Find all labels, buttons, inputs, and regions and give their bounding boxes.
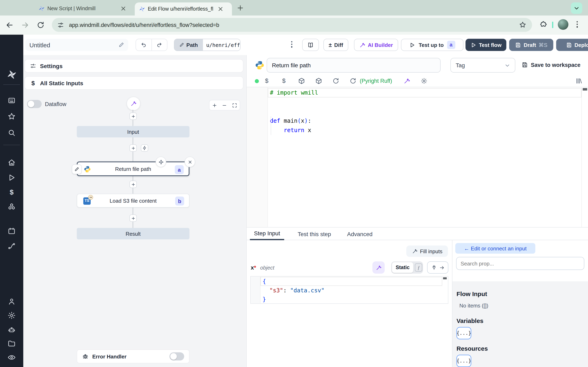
browser-menu-kebab-icon[interactable]: [577, 21, 578, 27]
edit-connect-input-button[interactable]: ← Edit or connect an input: [455, 243, 535, 254]
arg-ai-button[interactable]: [372, 261, 385, 274]
edit-pencil-icon[interactable]: [118, 42, 124, 48]
back-arrow-icon[interactable]: [6, 21, 13, 29]
new-tab-plus-icon[interactable]: [237, 4, 244, 11]
scrollbar-thumb[interactable]: [583, 88, 587, 91]
gear-icon[interactable]: [421, 77, 428, 84]
tag-select[interactable]: Tag: [450, 58, 515, 73]
code-editor[interactable]: # import wmill def main(x): return x: [247, 87, 588, 227]
docs-book-button[interactable]: [302, 39, 319, 51]
sidebar-item-routes-icon[interactable]: [7, 242, 16, 250]
all-static-inputs-card[interactable]: $ All Static Inputs: [25, 76, 243, 90]
sidebar-item-workers-robot-icon[interactable]: [7, 325, 16, 334]
flow-node-input[interactable]: Input: [77, 126, 190, 137]
dollar-icon[interactable]: $: [265, 77, 268, 84]
avatar[interactable]: [558, 19, 568, 30]
url-text[interactable]: app.windmill.dev/flows/edit/u/henri/effo…: [69, 22, 519, 28]
sidebar-item-home-icon[interactable]: [7, 158, 16, 167]
refresh-icon[interactable]: [350, 77, 356, 84]
settings-label: Settings: [40, 63, 62, 69]
tab-close-icon[interactable]: [120, 5, 127, 12]
favorites-star-icon[interactable]: [7, 112, 16, 121]
tab-test-this-step[interactable]: Test this step: [294, 227, 335, 240]
undo-button[interactable]: [136, 39, 152, 50]
url-bar[interactable]: app.windmill.dev/flows/edit/u/henri/effo…: [52, 18, 532, 32]
ai-wand-icon[interactable]: [403, 77, 410, 84]
zoom-out-icon[interactable]: [222, 103, 227, 108]
quick-menu-icon[interactable]: [7, 96, 16, 105]
tab-advanced[interactable]: Advanced: [343, 227, 377, 240]
forward-arrow-icon[interactable]: [21, 21, 29, 29]
refresh-icon[interactable]: [332, 77, 339, 84]
sidebar-item-folders-icon[interactable]: [7, 339, 16, 348]
variables-braces-button[interactable]: {...}: [457, 327, 471, 339]
json-arg-editor[interactable]: { "s3": "data.csv"}: [250, 276, 448, 304]
sidebar-item-resources-icon[interactable]: [7, 203, 16, 211]
resources-braces-button[interactable]: {...}: [457, 355, 471, 367]
redo-button[interactable]: [152, 39, 167, 50]
ai-wand-icon: [375, 264, 381, 271]
flow-name-field[interactable]: Untitled: [25, 39, 128, 51]
edit-step-pencil-chip[interactable]: [72, 164, 82, 174]
flow-node-result[interactable]: Result: [77, 228, 190, 239]
tab-close-icon[interactable]: [217, 6, 224, 12]
sidebar-item-schedules-icon[interactable]: [7, 227, 16, 235]
move-step-handle[interactable]: [156, 157, 166, 167]
search-prop-input[interactable]: [456, 257, 584, 270]
error-handler-toggle[interactable]: [169, 352, 184, 360]
insert-step-button[interactable]: [130, 144, 137, 152]
browser-tab-inactive[interactable]: New Script | Windmill: [36, 3, 130, 14]
flow-node-step-b[interactable]: TS Load S3 file content b: [77, 194, 190, 208]
python-icon: [255, 60, 265, 70]
settings-card[interactable]: Settings: [25, 59, 243, 73]
diff-button[interactable]: ± Diff: [323, 39, 348, 51]
search-icon[interactable]: [7, 128, 16, 137]
path-chip[interactable]: Path u/henri/eff: [174, 39, 241, 51]
delete-step-button[interactable]: [185, 157, 195, 167]
flow-node-step-a[interactable]: Return file path a: [77, 161, 190, 176]
sidebar-item-user-icon[interactable]: [7, 297, 16, 306]
windmill-logo-icon[interactable]: [7, 70, 16, 79]
sidebar-item-audit-eye-icon[interactable]: [7, 353, 16, 362]
save-to-workspace-button[interactable]: Save to workspace: [521, 62, 580, 68]
tag-select-value: Tag: [456, 62, 465, 68]
sidebar-item-variables-icon[interactable]: $: [7, 188, 16, 197]
flow-ai-button[interactable]: [127, 97, 140, 110]
lint-status[interactable]: (Pyright Ruff): [360, 78, 392, 84]
insert-trigger-button[interactable]: [141, 144, 148, 152]
deploy-button[interactable]: Deploy: [556, 39, 588, 51]
test-up-to-button[interactable]: Test up to a: [401, 39, 463, 51]
reload-icon[interactable]: [37, 21, 44, 29]
insert-step-button[interactable]: [130, 181, 137, 188]
tune-icon[interactable]: [57, 21, 64, 28]
error-handler-card[interactable]: Error Handler: [77, 350, 190, 363]
sidebar-item-runs-icon[interactable]: [7, 173, 16, 182]
tab-step-input[interactable]: Step Input: [250, 227, 284, 240]
bookmark-star-icon[interactable]: [519, 21, 526, 29]
more-options-kebab-icon[interactable]: [291, 41, 292, 48]
sidebar-item-settings-gear-icon[interactable]: [7, 311, 16, 320]
package-box-icon[interactable]: [298, 77, 305, 84]
resources-heading: Resources: [457, 345, 488, 352]
library-icon[interactable]: [575, 77, 582, 84]
zoom-in-icon[interactable]: [212, 103, 217, 108]
dollar-icon[interactable]: $: [282, 77, 286, 84]
static-mode-button[interactable]: Static: [392, 262, 413, 273]
insert-step-button[interactable]: [130, 215, 137, 222]
ai-builder-button[interactable]: AI Builder: [354, 39, 398, 51]
fill-inputs-button[interactable]: Fill inputs: [406, 245, 448, 257]
tab-search-button[interactable]: [571, 2, 582, 14]
scrollbar-thumb[interactable]: [443, 277, 447, 279]
browser-tab-active[interactable]: Edit Flow u/henri/effortless_fl: [135, 2, 232, 16]
all-static-inputs-label: All Static Inputs: [40, 80, 83, 86]
extensions-puzzle-icon[interactable]: [540, 21, 547, 28]
package-box-icon[interactable]: [315, 77, 322, 84]
dataflow-toggle[interactable]: [27, 100, 42, 108]
step-name-field[interactable]: Return file path: [267, 58, 441, 73]
draft-button[interactable]: Draft ⌘S: [509, 39, 553, 51]
insert-step-button[interactable]: [130, 113, 137, 120]
test-flow-button[interactable]: Test flow: [466, 39, 506, 51]
fullscreen-icon[interactable]: [232, 103, 237, 108]
javascript-expr-button[interactable]: f: [415, 263, 422, 272]
connect-input-button[interactable]: [427, 261, 448, 274]
